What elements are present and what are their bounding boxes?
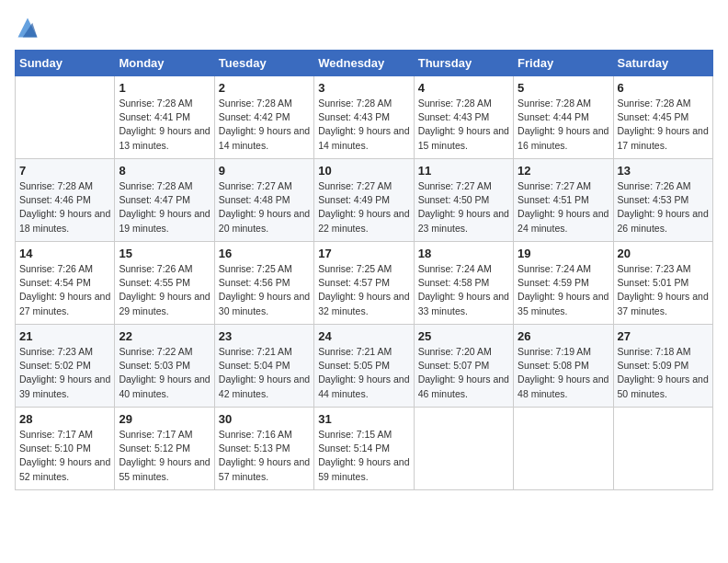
day-number: 20 [618,247,709,260]
day-number: 24 [318,329,409,343]
day-number: 6 [618,81,709,95]
calendar-cell: 12Sunrise: 7:27 AMSunset: 4:51 PMDayligh… [514,159,613,242]
day-info: Sunrise: 7:17 AMSunset: 5:10 PMDaylight:… [19,428,110,484]
calendar-cell: 29Sunrise: 7:17 AMSunset: 5:12 PMDayligh… [115,408,214,490]
calendar-cell: 6Sunrise: 7:28 AMSunset: 4:45 PMDaylight… [613,76,712,159]
day-info: Sunrise: 7:18 AMSunset: 5:09 PMDaylight:… [618,345,709,401]
day-number: 22 [119,329,210,343]
calendar-week-row: 21Sunrise: 7:23 AMSunset: 5:02 PMDayligh… [16,325,713,408]
day-number: 9 [219,164,310,178]
weekday-header-sunday: Sunday [16,51,115,76]
calendar-cell: 22Sunrise: 7:22 AMSunset: 5:03 PMDayligh… [115,325,214,408]
calendar-cell: 28Sunrise: 7:17 AMSunset: 5:10 PMDayligh… [16,408,115,490]
weekday-header-thursday: Thursday [414,51,513,76]
day-number: 15 [119,247,210,260]
day-info: Sunrise: 7:16 AMSunset: 5:13 PMDaylight:… [219,428,310,484]
day-number: 26 [518,329,609,343]
day-number: 25 [418,329,509,343]
day-number: 1 [119,81,210,95]
day-number: 29 [119,412,210,426]
calendar-cell: 9Sunrise: 7:27 AMSunset: 4:48 PMDaylight… [214,159,313,242]
calendar-cell: 7Sunrise: 7:28 AMSunset: 4:46 PMDaylight… [16,159,115,242]
calendar-cell: 24Sunrise: 7:21 AMSunset: 5:05 PMDayligh… [314,325,414,408]
header [15,15,713,40]
day-info: Sunrise: 7:28 AMSunset: 4:43 PMDaylight:… [418,97,509,153]
day-info: Sunrise: 7:28 AMSunset: 4:42 PMDaylight:… [219,97,310,153]
day-info: Sunrise: 7:19 AMSunset: 5:08 PMDaylight:… [518,345,609,401]
calendar-cell: 16Sunrise: 7:25 AMSunset: 4:56 PMDayligh… [214,242,313,325]
calendar-table: SundayMondayTuesdayWednesdayThursdayFrid… [15,50,713,490]
day-number: 28 [19,412,110,426]
calendar-cell: 20Sunrise: 7:23 AMSunset: 5:01 PMDayligh… [613,242,712,325]
calendar-cell: 31Sunrise: 7:15 AMSunset: 5:14 PMDayligh… [314,408,414,490]
calendar-cell: 4Sunrise: 7:28 AMSunset: 4:43 PMDaylight… [414,76,513,159]
day-info: Sunrise: 7:20 AMSunset: 5:07 PMDaylight:… [418,345,509,401]
calendar-cell: 15Sunrise: 7:26 AMSunset: 4:55 PMDayligh… [115,242,214,325]
calendar-cell: 1Sunrise: 7:28 AMSunset: 4:41 PMDaylight… [115,76,214,159]
weekday-header-friday: Friday [514,51,613,76]
day-info: Sunrise: 7:27 AMSunset: 4:48 PMDaylight:… [219,179,310,236]
day-info: Sunrise: 7:27 AMSunset: 4:49 PMDaylight:… [318,179,409,236]
day-number: 18 [418,247,509,260]
calendar-cell [613,408,712,490]
day-number: 5 [518,81,609,95]
day-info: Sunrise: 7:24 AMSunset: 4:59 PMDaylight:… [518,262,609,318]
calendar-cell: 17Sunrise: 7:25 AMSunset: 4:57 PMDayligh… [314,242,414,325]
day-info: Sunrise: 7:23 AMSunset: 5:02 PMDaylight:… [19,345,110,401]
calendar-cell: 2Sunrise: 7:28 AMSunset: 4:42 PMDaylight… [214,76,313,159]
day-number: 19 [518,247,609,260]
day-info: Sunrise: 7:27 AMSunset: 4:50 PMDaylight:… [418,179,509,236]
day-info: Sunrise: 7:22 AMSunset: 5:03 PMDaylight:… [119,345,210,401]
day-info: Sunrise: 7:28 AMSunset: 4:41 PMDaylight:… [119,97,210,153]
day-number: 23 [219,329,310,343]
day-number: 4 [418,81,509,95]
calendar-cell: 14Sunrise: 7:26 AMSunset: 4:54 PMDayligh… [16,242,115,325]
day-number: 7 [19,164,110,178]
calendar-week-row: 7Sunrise: 7:28 AMSunset: 4:46 PMDaylight… [16,159,713,242]
weekday-header-tuesday: Tuesday [214,51,313,76]
day-number: 8 [119,164,210,178]
day-info: Sunrise: 7:26 AMSunset: 4:55 PMDaylight:… [119,262,210,318]
calendar-cell [16,76,115,159]
calendar-cell: 27Sunrise: 7:18 AMSunset: 5:09 PMDayligh… [613,325,712,408]
day-info: Sunrise: 7:28 AMSunset: 4:46 PMDaylight:… [19,179,110,236]
day-number: 31 [318,412,409,426]
weekday-header-wednesday: Wednesday [314,51,414,76]
day-info: Sunrise: 7:25 AMSunset: 4:57 PMDaylight:… [318,262,409,318]
calendar-cell: 5Sunrise: 7:28 AMSunset: 4:44 PMDaylight… [514,76,613,159]
calendar-cell: 30Sunrise: 7:16 AMSunset: 5:13 PMDayligh… [214,408,313,490]
day-info: Sunrise: 7:15 AMSunset: 5:14 PMDaylight:… [318,428,409,484]
weekday-header-monday: Monday [115,51,214,76]
day-info: Sunrise: 7:17 AMSunset: 5:12 PMDaylight:… [119,428,210,484]
day-info: Sunrise: 7:26 AMSunset: 4:53 PMDaylight:… [618,179,709,236]
day-number: 10 [318,164,409,178]
calendar-cell: 19Sunrise: 7:24 AMSunset: 4:59 PMDayligh… [514,242,613,325]
day-number: 27 [618,329,709,343]
day-number: 30 [219,412,310,426]
logo-icon [15,15,40,40]
calendar-cell: 25Sunrise: 7:20 AMSunset: 5:07 PMDayligh… [414,325,513,408]
day-info: Sunrise: 7:28 AMSunset: 4:45 PMDaylight:… [618,97,709,153]
day-number: 21 [19,329,110,343]
calendar-cell: 11Sunrise: 7:27 AMSunset: 4:50 PMDayligh… [414,159,513,242]
calendar-week-row: 28Sunrise: 7:17 AMSunset: 5:10 PMDayligh… [16,408,713,490]
day-info: Sunrise: 7:28 AMSunset: 4:47 PMDaylight:… [119,179,210,236]
calendar-cell: 13Sunrise: 7:26 AMSunset: 4:53 PMDayligh… [613,159,712,242]
day-number: 11 [418,164,509,178]
day-info: Sunrise: 7:21 AMSunset: 5:04 PMDaylight:… [219,345,310,401]
day-number: 2 [219,81,310,95]
calendar-cell: 23Sunrise: 7:21 AMSunset: 5:04 PMDayligh… [214,325,313,408]
calendar-week-row: 14Sunrise: 7:26 AMSunset: 4:54 PMDayligh… [16,242,713,325]
day-info: Sunrise: 7:26 AMSunset: 4:54 PMDaylight:… [19,262,110,318]
calendar-week-row: 1Sunrise: 7:28 AMSunset: 4:41 PMDaylight… [16,76,713,159]
calendar-cell: 10Sunrise: 7:27 AMSunset: 4:49 PMDayligh… [314,159,414,242]
day-info: Sunrise: 7:28 AMSunset: 4:44 PMDaylight:… [518,97,609,153]
day-number: 14 [19,247,110,260]
day-number: 17 [318,247,409,260]
calendar-cell: 3Sunrise: 7:28 AMSunset: 4:43 PMDaylight… [314,76,414,159]
day-number: 13 [618,164,709,178]
day-info: Sunrise: 7:24 AMSunset: 4:58 PMDaylight:… [418,262,509,318]
calendar-cell: 18Sunrise: 7:24 AMSunset: 4:58 PMDayligh… [414,242,513,325]
day-info: Sunrise: 7:28 AMSunset: 4:43 PMDaylight:… [318,97,409,153]
day-info: Sunrise: 7:21 AMSunset: 5:05 PMDaylight:… [318,345,409,401]
